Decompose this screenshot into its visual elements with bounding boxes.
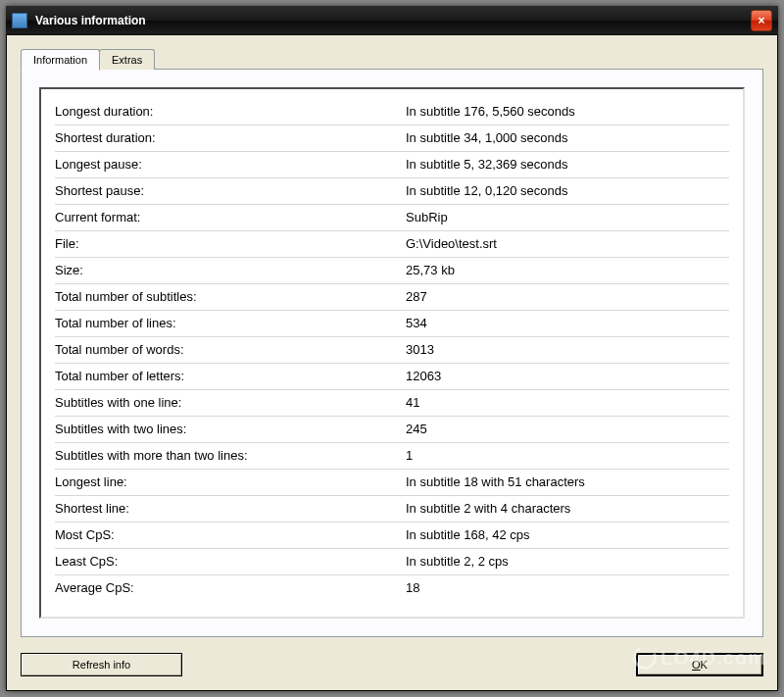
info-label: Total number of lines:	[55, 313, 406, 334]
info-row: Least CpS:In subtitle 2, 2 cps	[55, 549, 729, 575]
tab-information[interactable]: Information	[21, 49, 100, 71]
dialog-window: Various information × Information Extras…	[6, 6, 778, 691]
info-row: Average CpS:18	[55, 575, 729, 601]
info-row: File:G:\Video\test.srt	[55, 231, 729, 258]
info-panel: Longest duration:In subtitle 176, 5,560 …	[39, 87, 745, 619]
info-value: In subtitle 2 with 4 characters	[406, 498, 729, 520]
info-row: Shortest duration:In subtitle 34, 1,000 …	[55, 125, 729, 152]
button-label: Refresh info	[73, 659, 130, 671]
title-bar[interactable]: Various information ×	[6, 6, 778, 35]
info-value: 41	[406, 392, 729, 414]
info-label: Longest line:	[55, 472, 406, 493]
info-label: File:	[55, 233, 406, 255]
refresh-button[interactable]: Refresh info	[21, 653, 182, 676]
info-row: Total number of words:3013	[55, 337, 729, 364]
info-label: Total number of words:	[55, 339, 406, 361]
info-label: Most CpS:	[55, 524, 406, 546]
info-value: 287	[406, 286, 729, 308]
info-label: Shortest line:	[55, 498, 406, 520]
info-label: Average CpS:	[55, 577, 406, 599]
info-label: Subtitles with two lines:	[55, 419, 406, 440]
info-row: Shortest line:In subtitle 2 with 4 chara…	[55, 496, 729, 523]
info-value: In subtitle 5, 32,369 seconds	[406, 154, 729, 175]
button-label-suffix: K	[701, 659, 708, 671]
info-row: Total number of letters:12063	[55, 364, 729, 390]
info-row: Most CpS:In subtitle 168, 42 cps	[55, 523, 729, 549]
info-row: Size:25,73 kb	[55, 258, 729, 284]
info-row: Longest duration:In subtitle 176, 5,560 …	[55, 99, 729, 125]
tab-content: Longest duration:In subtitle 176, 5,560 …	[21, 69, 763, 637]
info-label: Least CpS:	[55, 551, 406, 573]
info-value: 245	[406, 419, 729, 440]
button-label-prefix: O	[692, 659, 701, 671]
info-label: Shortest pause:	[55, 180, 406, 202]
app-icon	[12, 13, 27, 28]
info-row: Current format:SubRip	[55, 205, 729, 231]
info-row: Subtitles with more than two lines:1	[55, 443, 729, 470]
tab-container: Information Extras Longest duration:In s…	[21, 49, 763, 641]
info-value: 3013	[406, 339, 729, 361]
info-row: Subtitles with one line:41	[55, 390, 729, 417]
info-value: In subtitle 2, 2 cps	[406, 551, 729, 573]
tab-row: Information Extras	[21, 49, 763, 70]
dialog-body: Information Extras Longest duration:In s…	[6, 35, 778, 691]
info-row: Shortest pause:In subtitle 12, 0,120 sec…	[55, 178, 729, 205]
tab-label: Information	[33, 54, 87, 66]
close-button[interactable]: ×	[751, 10, 772, 31]
tab-extras[interactable]: Extras	[99, 49, 155, 70]
info-label: Shortest duration:	[55, 127, 406, 149]
info-label: Current format:	[55, 207, 406, 228]
info-label: Total number of letters:	[55, 366, 406, 387]
info-row: Total number of lines:534	[55, 311, 729, 337]
info-label: Longest pause:	[55, 154, 406, 175]
info-value: In subtitle 168, 42 cps	[406, 524, 729, 546]
info-value: 534	[406, 313, 729, 334]
info-row: Total number of subtitles:287	[55, 284, 729, 311]
info-value: 18	[406, 577, 729, 599]
info-row: Longest line:In subtitle 18 with 51 char…	[55, 470, 729, 496]
info-label: Longest duration:	[55, 101, 406, 123]
close-icon: ×	[758, 14, 764, 27]
info-value: 1	[406, 445, 729, 467]
info-label: Size:	[55, 260, 406, 281]
ok-button[interactable]: OK	[636, 653, 763, 676]
info-label: Subtitles with one line:	[55, 392, 406, 414]
info-row: Subtitles with two lines:245	[55, 417, 729, 443]
info-value: In subtitle 18 with 51 characters	[406, 472, 729, 493]
info-value: 12063	[406, 366, 729, 387]
info-value: G:\Video\test.srt	[406, 233, 729, 255]
info-label: Subtitles with more than two lines:	[55, 445, 406, 467]
info-value: In subtitle 12, 0,120 seconds	[406, 180, 729, 202]
window-title: Various information	[35, 14, 751, 27]
tab-label: Extras	[112, 54, 142, 66]
button-row: Refresh info OK	[21, 653, 763, 676]
info-label: Total number of subtitles:	[55, 286, 406, 308]
info-value: In subtitle 34, 1,000 seconds	[406, 127, 729, 149]
info-value: 25,73 kb	[406, 260, 729, 281]
info-value: SubRip	[406, 207, 729, 228]
info-row: Longest pause:In subtitle 5, 32,369 seco…	[55, 152, 729, 178]
info-value: In subtitle 176, 5,560 seconds	[406, 101, 729, 123]
